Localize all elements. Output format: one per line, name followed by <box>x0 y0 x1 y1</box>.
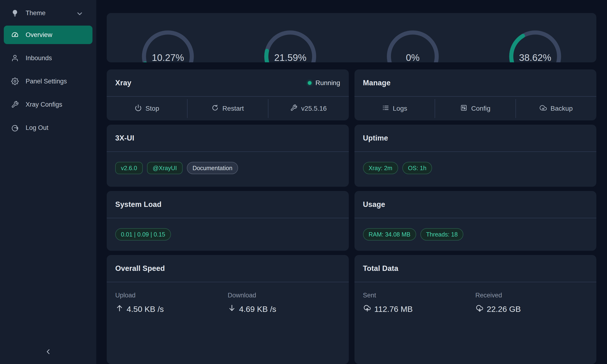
logs-button[interactable]: Logs <box>355 99 435 118</box>
restart-button[interactable]: Restart <box>187 99 268 118</box>
storage-percent: 38.62% <box>505 52 565 62</box>
download-stat: Download 4.69 KB /s <box>228 292 340 314</box>
sidebar-item-overview[interactable]: Overview <box>4 26 92 44</box>
overall-speed-card-title: Overall Speed <box>115 264 165 273</box>
sidebar-item-label: Overview <box>26 31 85 39</box>
dashboard-icon <box>11 31 19 39</box>
chevron-left-icon <box>44 348 52 357</box>
overall-speed-card: Overall Speed Upload 4.50 KB /s Downlo <box>107 255 349 364</box>
xray-version-button[interactable]: v25.5.16 <box>268 99 349 118</box>
version-tag[interactable]: v2.6.0 <box>115 162 143 174</box>
power-icon <box>135 104 142 113</box>
sidebar-item-panel-settings[interactable]: Panel Settings <box>4 74 92 89</box>
xray-status-badge: Running <box>308 79 340 87</box>
xray-uptime-tag: Xray: 2m <box>363 162 398 174</box>
load-average-tag: 0.01 | 0.09 | 0.15 <box>115 228 171 241</box>
documentation-link-tag[interactable]: Documentation <box>187 162 238 174</box>
sidebar-item-label: Panel Settings <box>26 78 85 85</box>
wrench-icon <box>290 104 297 113</box>
total-data-card: Total Data Sent 112.76 MB <box>355 255 596 364</box>
total-data-card-title: Total Data <box>363 264 399 273</box>
upload-stat: Upload 4.50 KB /s <box>115 292 228 314</box>
sidebar-item-label: Xray Configs <box>26 101 85 108</box>
chevron-down-icon <box>76 10 82 16</box>
xui-card-title: 3X-UI <box>115 134 134 143</box>
arrow-up-icon <box>115 304 124 314</box>
os-uptime-tag: OS: 1h <box>402 162 432 174</box>
config-button[interactable]: Config <box>435 99 515 118</box>
uptime-card: Uptime Xray: 2m OS: 1h <box>355 125 596 187</box>
cloud-server-icon <box>540 104 547 113</box>
system-stats-card: 10.27% CPU: 1 Core <box>107 13 596 62</box>
bulb-icon <box>11 9 19 17</box>
system-load-card-title: System Load <box>115 200 161 209</box>
cpu-gauge: 10.27% CPU: 1 Core <box>107 27 229 62</box>
storage-gauge: 38.62% Storage: 12.10 GB / 31.33 GB <box>474 27 596 62</box>
ram-usage-tag: RAM: 34.08 MB <box>363 228 416 241</box>
threads-tag: Threads: 18 <box>420 228 463 241</box>
theme-label: Theme <box>26 10 69 17</box>
xray-card: Xray Running Stop <box>107 69 349 120</box>
arrow-down-icon <box>228 304 236 314</box>
user-icon <box>11 54 19 62</box>
manage-card: Manage Logs <box>355 69 596 120</box>
logout-icon <box>11 124 19 132</box>
system-load-card: System Load 0.01 | 0.09 | 0.15 <box>107 191 349 251</box>
manage-card-title: Manage <box>363 79 391 87</box>
xrayui-link-tag[interactable]: @XrayUI <box>147 162 183 174</box>
cloud-upload-icon <box>363 304 371 314</box>
status-dot <box>308 81 312 85</box>
uptime-card-title: Uptime <box>363 134 388 143</box>
usage-card-title: Usage <box>363 200 385 209</box>
sidebar-collapse-button[interactable] <box>41 345 55 359</box>
received-stat: Received 22.26 GB <box>475 292 588 314</box>
list-icon <box>382 104 389 113</box>
sidebar-item-label: Log Out <box>26 124 85 131</box>
gear-icon <box>11 77 19 85</box>
sent-stat: Sent 112.76 MB <box>363 292 475 314</box>
stop-button[interactable]: Stop <box>107 99 187 118</box>
xray-card-title: Xray <box>115 79 131 87</box>
sliders-icon <box>460 104 467 113</box>
usage-card: Usage RAM: 34.08 MB Threads: 18 <box>355 191 596 251</box>
sidebar-item-inbounds[interactable]: Inbounds <box>4 51 92 65</box>
swap-percent: 0% <box>383 52 442 62</box>
backup-button[interactable]: Backup <box>515 99 596 118</box>
main-content: 10.27% CPU: 1 Core <box>96 0 607 364</box>
restart-icon <box>211 104 219 113</box>
sidebar: Theme Overview Inbounds <box>0 0 96 364</box>
app: Theme Overview Inbounds <box>0 0 607 364</box>
cpu-percent: 10.27% <box>138 52 198 62</box>
wrench-icon <box>11 101 19 108</box>
sidebar-item-label: Inbounds <box>26 54 85 62</box>
swap-gauge: 0% Swap: 0 B / 0 B <box>352 27 474 62</box>
ram-gauge: 21.59% RAM: 1.67 GB / 7.75 GB <box>229 27 351 62</box>
ram-percent: 21.59% <box>261 52 320 62</box>
theme-toggle[interactable]: Theme <box>4 6 92 20</box>
xui-card: 3X-UI v2.6.0 @XrayUI Documentation <box>107 125 349 187</box>
sidebar-item-logout[interactable]: Log Out <box>4 120 92 135</box>
sidebar-item-xray-configs[interactable]: Xray Configs <box>4 97 92 112</box>
cloud-download-icon <box>475 304 484 314</box>
